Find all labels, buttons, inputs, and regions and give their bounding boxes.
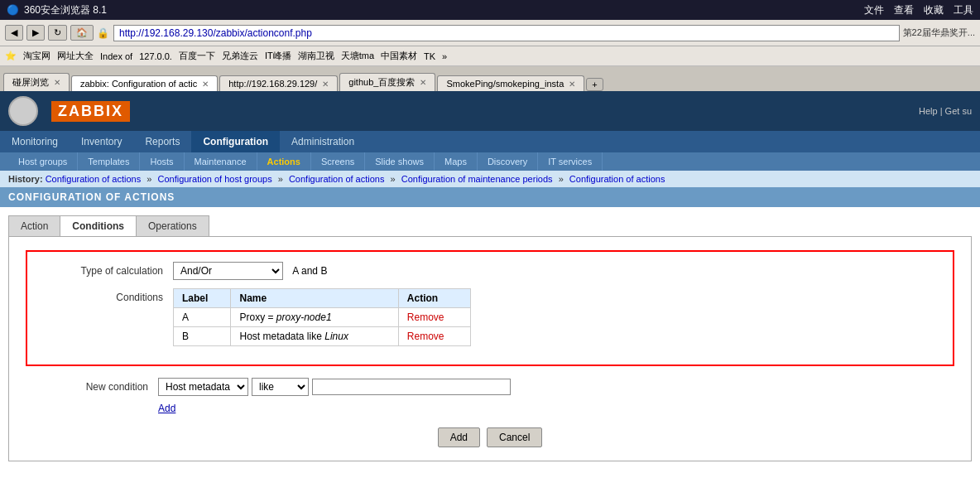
breadcrumb-link-5[interactable]: Configuration of actions [569, 174, 665, 184]
user-avatar [8, 96, 38, 126]
new-condition-value-input[interactable] [312, 379, 511, 395]
tab-close-pengping[interactable]: ✕ [54, 78, 60, 87]
nav-configuration[interactable]: Configuration [191, 131, 280, 152]
subnav-screens[interactable]: Screens [311, 152, 365, 171]
tab-conditions[interactable]: Conditions [60, 215, 137, 236]
bookmark-tk[interactable]: TK [424, 51, 435, 61]
home-button[interactable]: 🏠 [70, 25, 94, 41]
condition-value-a: proxy-node1 [276, 311, 332, 323]
nav-monitoring[interactable]: Monitoring [0, 131, 70, 152]
condition-name-a: Proxy = proxy-node1 [231, 308, 398, 327]
new-condition-add-link[interactable]: Add [158, 403, 175, 414]
nav-reports[interactable]: Reports [133, 131, 191, 152]
conditions-table-container: Label Name Action A Proxy = proxy-node1 … [173, 288, 939, 346]
tab-zabbix-actions[interactable]: zabbix: Configuration of actic ✕ [71, 75, 218, 91]
back-button[interactable]: ◀ [5, 25, 23, 41]
col-name: Name [231, 289, 398, 308]
tab-operations[interactable]: Operations [137, 215, 209, 236]
menu-file[interactable]: 文件 [864, 3, 884, 17]
subnav-maps[interactable]: Maps [435, 152, 478, 171]
breadcrumb-link-1[interactable]: Configuration of actions [46, 174, 142, 184]
nav-administration[interactable]: Administration [280, 131, 366, 152]
bookmark-taobao[interactable]: 淘宝网 [23, 50, 50, 62]
breadcrumb-link-4[interactable]: Configuration of maintenance periods [401, 174, 553, 184]
new-condition-operator-select[interactable]: like not like = <> [252, 378, 309, 396]
tab-label: zabbix: Configuration of actic [80, 79, 197, 89]
footer-buttons: Add Cancel [26, 427, 954, 447]
cancel-button[interactable]: Cancel [487, 427, 542, 447]
tab-close-zabbix[interactable]: ✕ [202, 80, 209, 89]
refresh-button[interactable]: ↻ [48, 25, 67, 41]
zabbix-logo: ZABBIX [51, 101, 130, 122]
bookmark-tiantang[interactable]: 天塘tma [341, 50, 374, 62]
col-label: Label [174, 289, 231, 308]
tab-pengping[interactable]: 碰屏浏览 ✕ [3, 73, 70, 91]
nav-inventory[interactable]: Inventory [70, 131, 133, 152]
new-condition-row: New condition Host metadata Proxy Host n… [26, 378, 954, 414]
sub-nav: Host groups Templates Hosts Maintenance … [0, 152, 980, 171]
browser-menu: 文件 查看 收藏 工具 [864, 3, 973, 17]
tabs-bar: 碰屏浏览 ✕ zabbix: Configuration of actic ✕ … [0, 66, 980, 91]
bookmarks-bar: ⭐ 淘宝网 网址大全 Index of 127.0.0. 百度一下 兄弟连云 I… [0, 46, 980, 66]
breadcrumb-sep-4: » [559, 174, 566, 184]
bookmark-more[interactable]: » [442, 51, 447, 61]
conditions-label: Conditions [41, 288, 173, 303]
search-addon[interactable]: 第22届华鼎奖开... [903, 27, 975, 39]
tab-github[interactable]: github_百度搜索 ✕ [339, 73, 435, 91]
add-button[interactable]: Add [438, 427, 480, 447]
subnav-slideshows[interactable]: Slide shows [365, 152, 435, 171]
bookmark-baidu[interactable]: 百度一下 [179, 50, 215, 62]
tab-192-129[interactable]: http://192.168.29.129/ ✕ [219, 75, 338, 91]
remove-link-a[interactable]: Remove [407, 311, 444, 323]
bookmark-indexof[interactable]: Index of [100, 51, 132, 61]
table-row: B Host metadata like Linux Remove [174, 327, 471, 346]
col-action: Action [398, 289, 470, 308]
breadcrumb-sep-3: » [391, 174, 398, 184]
breadcrumb-link-2[interactable]: Configuration of host groups [157, 174, 271, 184]
condition-action-a: Remove [398, 308, 470, 327]
bookmark-xiongdi[interactable]: 兄弟连云 [222, 50, 258, 62]
bookmark-zhongguo[interactable]: 中国素材 [381, 50, 417, 62]
content-area: Action Conditions Operations Type of cal… [0, 207, 980, 470]
subnav-itservices[interactable]: IT services [538, 152, 603, 171]
tab-close-github[interactable]: ✕ [420, 78, 426, 87]
subnav-templates[interactable]: Templates [78, 152, 140, 171]
help-link[interactable]: Help | Get su [919, 106, 972, 116]
address-bar[interactable] [113, 25, 900, 41]
bookmark-it[interactable]: IT峰播 [265, 50, 291, 62]
type-of-calculation-field: And/Or And Or Custom expression A and B [173, 262, 939, 280]
table-row: A Proxy = proxy-node1 Remove [174, 308, 471, 327]
breadcrumb-link-3[interactable]: Configuration of actions [289, 174, 385, 184]
menu-view[interactable]: 查看 [894, 3, 914, 17]
forward-button[interactable]: ▶ [26, 25, 45, 41]
bookmark-127[interactable]: 127.0.0. [139, 51, 172, 61]
conditions-section: Type of calculation And/Or And Or Custom… [26, 250, 954, 366]
condition-action-b: Remove [398, 327, 470, 346]
conditions-table: Label Name Action A Proxy = proxy-node1 … [173, 288, 471, 346]
bookmark-wangzhi[interactable]: 网址大全 [57, 50, 94, 62]
new-condition-label: New condition [26, 378, 158, 393]
subnav-hostgroups[interactable]: Host groups [8, 152, 78, 171]
type-of-calculation-label: Type of calculation [41, 262, 173, 277]
condition-value-b: Linux [324, 331, 348, 342]
subnav-actions[interactable]: Actions [257, 152, 311, 171]
tab-smokeping[interactable]: SmokePing/smokeping_insta ✕ [437, 75, 584, 91]
new-tab-button[interactable]: + [586, 78, 603, 91]
new-condition-field: Host metadata Proxy Host name Host group… [158, 378, 954, 414]
tab-action[interactable]: Action [8, 215, 60, 236]
new-condition-type-select[interactable]: Host metadata Proxy Host name Host group [158, 378, 248, 396]
remove-link-b[interactable]: Remove [407, 331, 444, 342]
menu-bookmarks[interactable]: 收藏 [924, 3, 944, 17]
subnav-discovery[interactable]: Discovery [478, 152, 538, 171]
menu-tools[interactable]: 工具 [954, 3, 973, 17]
subnav-hosts[interactable]: Hosts [140, 152, 184, 171]
condition-name-b: Host metadata like Linux [231, 327, 398, 346]
condition-label-b: B [174, 327, 231, 346]
subnav-maintenance[interactable]: Maintenance [185, 152, 257, 171]
tab-close-192[interactable]: ✕ [322, 80, 329, 89]
conditions-row: Conditions Label Name Action [41, 288, 939, 346]
bookmark-hunan[interactable]: 湖南卫视 [298, 50, 334, 62]
type-of-calculation-select[interactable]: And/Or And Or Custom expression [173, 262, 283, 280]
main-nav: Monitoring Inventory Reports Configurati… [0, 131, 980, 152]
tab-close-smokeping[interactable]: ✕ [569, 80, 575, 89]
